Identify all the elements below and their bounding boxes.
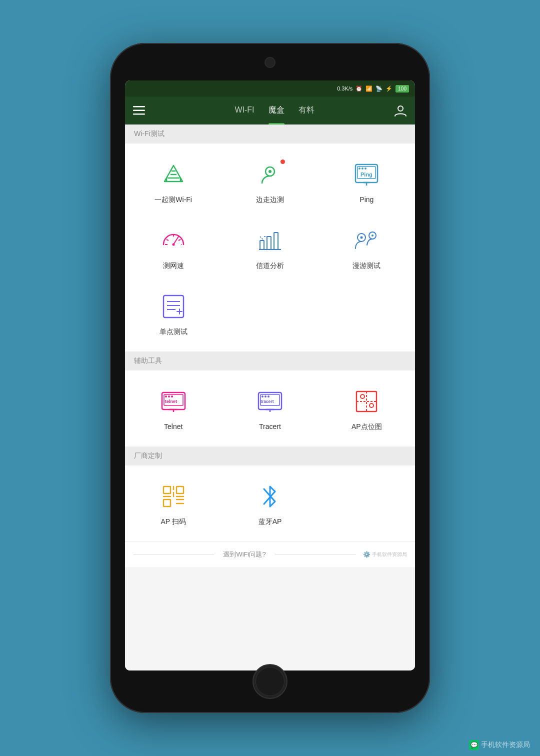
- tools-grid: telnet Telnet: [125, 370, 415, 446]
- item-bluetooth-ap[interactable]: 蓝牙AP: [222, 470, 318, 536]
- speed-test-icon: [158, 224, 190, 256]
- item-ping[interactable]: Ping Ping: [318, 148, 415, 214]
- wifi-test-icon: [158, 158, 190, 190]
- svg-point-47: [171, 396, 173, 398]
- svg-point-54: [264, 396, 266, 398]
- svg-point-21: [172, 244, 174, 246]
- svg-point-53: [262, 396, 264, 398]
- svg-point-62: [360, 394, 364, 398]
- signal-icon: 📶: [366, 86, 372, 92]
- ping-icon: Ping: [350, 158, 382, 190]
- wifi-icon: 📡: [376, 86, 382, 92]
- item-walk-test[interactable]: 边走边测: [222, 148, 318, 214]
- telnet-icon: telnet: [158, 386, 190, 418]
- nav-tabs: WI-FI 魔盒 有料: [155, 96, 394, 124]
- svg-point-34: [360, 236, 363, 239]
- item-ap-map-label: AP点位图: [352, 422, 382, 432]
- svg-point-3: [398, 106, 403, 111]
- menu-button[interactable]: [133, 106, 145, 115]
- svg-rect-28: [267, 236, 271, 250]
- home-button[interactable]: [252, 664, 288, 699]
- network-speed: 0.3K/s: [337, 86, 352, 92]
- item-roaming[interactable]: 漫游测试: [318, 214, 415, 280]
- watermark-text: 手机软件资源局: [481, 740, 530, 750]
- svg-text:Ping: Ping: [360, 172, 372, 178]
- footer: 遇到WiFi问题? ⚙️ 手机软件资源局: [125, 542, 415, 567]
- roaming-icon: [350, 224, 382, 256]
- svg-point-46: [168, 396, 170, 398]
- svg-line-24: [166, 240, 168, 240]
- svg-point-14: [358, 168, 360, 170]
- svg-rect-66: [164, 500, 170, 506]
- svg-rect-29: [274, 232, 278, 250]
- home-button-inner: [256, 667, 284, 696]
- item-channel-label: 信道分析: [256, 262, 284, 270]
- svg-line-31: [260, 236, 264, 240]
- bolt-icon: ⚡: [386, 86, 392, 92]
- item-ap-scan[interactable]: AP 扫码: [125, 470, 222, 536]
- battery-indicator: 100: [396, 85, 409, 92]
- footer-text: 遇到WiFi问题?: [218, 550, 270, 559]
- camera: [264, 57, 276, 68]
- item-telnet-label: Telnet: [164, 422, 182, 430]
- walk-test-icon: [254, 158, 286, 190]
- item-speed-test[interactable]: 测网速: [125, 214, 222, 280]
- ap-scan-icon: [158, 480, 190, 512]
- item-channel[interactable]: 信道分析: [222, 214, 318, 280]
- item-ping-label: Ping: [360, 196, 374, 204]
- vendor-grid: AP 扫码 蓝牙AP: [125, 466, 415, 542]
- item-ap-map[interactable]: AP点位图: [318, 376, 415, 442]
- item-tracert-label: Tracert: [259, 422, 281, 430]
- item-single-point[interactable]: 单点测试: [125, 280, 222, 346]
- section-header-tools: 辅助工具: [125, 352, 415, 370]
- item-telnet[interactable]: telnet Telnet: [125, 376, 222, 442]
- wifi-test-grid: 一起测Wi-Fi 边走边测: [125, 144, 415, 352]
- svg-point-45: [165, 396, 167, 398]
- single-point-icon: [158, 290, 190, 322]
- svg-text:telnet: telnet: [165, 399, 177, 404]
- section-header-wifi: Wi-Fi测试: [125, 124, 415, 144]
- item-ap-scan-label: AP 扫码: [161, 518, 186, 526]
- tab-wifi[interactable]: WI-FI: [234, 96, 254, 124]
- channel-icon: [254, 224, 286, 256]
- svg-point-55: [268, 396, 270, 398]
- phone-frame: 0.3K/s ⏰ 📶 📡 ⚡ 100 WI-FI 魔盒: [110, 43, 430, 713]
- item-single-point-label: 单点测试: [160, 328, 188, 336]
- svg-rect-2: [133, 114, 145, 115]
- footer-line-left: [133, 554, 214, 555]
- clock-icon: ⏰: [356, 86, 362, 92]
- phone-screen: 0.3K/s ⏰ 📶 📡 ⚡ 100 WI-FI 魔盒: [125, 80, 415, 670]
- svg-point-16: [364, 168, 366, 170]
- footer-brand: ⚙️ 手机软件资源局: [363, 551, 407, 558]
- svg-rect-59: [356, 392, 376, 412]
- watermark-icon: 💬: [469, 740, 479, 750]
- svg-line-20: [174, 236, 178, 244]
- nav-bar: WI-FI 魔盒 有料: [125, 96, 415, 124]
- svg-rect-64: [164, 486, 170, 494]
- svg-point-63: [370, 404, 374, 408]
- item-roaming-label: 漫游测试: [352, 262, 380, 270]
- svg-point-36: [372, 234, 374, 236]
- svg-marker-4: [164, 166, 182, 182]
- notification-dot: [280, 160, 285, 164]
- watermark: 💬 手机软件资源局: [469, 740, 530, 750]
- footer-line-right: [275, 554, 356, 555]
- svg-text:tracert: tracert: [260, 399, 274, 404]
- brand-icon: ⚙️: [363, 551, 370, 558]
- item-tracert[interactable]: tracert Tracert: [222, 376, 318, 442]
- svg-rect-37: [164, 296, 184, 318]
- svg-line-26: [178, 240, 180, 240]
- item-speed-label: 测网速: [163, 262, 184, 270]
- tab-magic-box[interactable]: 魔盒: [268, 96, 284, 124]
- svg-rect-0: [133, 106, 145, 108]
- svg-rect-1: [133, 110, 145, 112]
- item-wifi-test-label: 一起测Wi-Fi: [154, 196, 192, 204]
- svg-rect-65: [176, 486, 184, 494]
- tracert-icon: tracert: [254, 386, 286, 418]
- item-wifi-test[interactable]: 一起测Wi-Fi: [125, 148, 222, 214]
- svg-point-15: [362, 168, 364, 170]
- tab-youliao[interactable]: 有料: [298, 96, 314, 124]
- status-bar: 0.3K/s ⏰ 📶 📡 ⚡ 100: [125, 80, 415, 96]
- ap-map-icon: [350, 386, 382, 418]
- user-icon[interactable]: [394, 104, 407, 117]
